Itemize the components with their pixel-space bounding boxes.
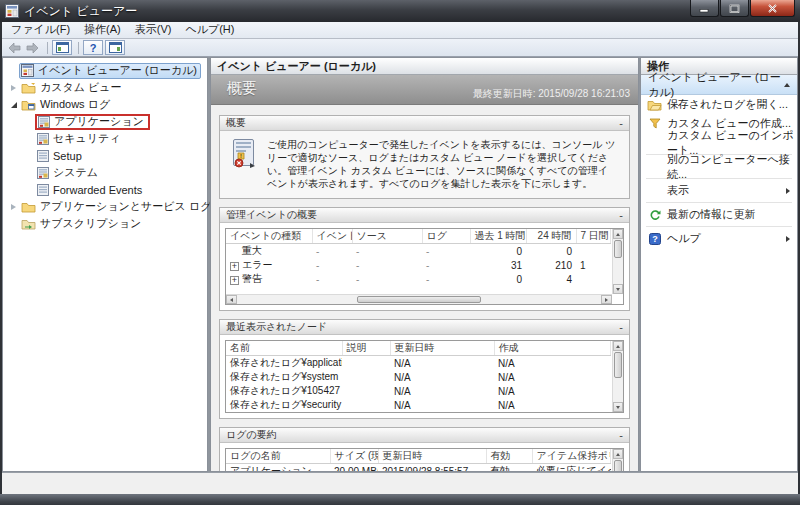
actions-section-header[interactable]: イベント ビューアー (ローカル) bbox=[641, 75, 797, 95]
close-button[interactable] bbox=[750, 0, 795, 17]
action-label: 最新の情報に更新 bbox=[667, 207, 756, 222]
results-header-label: イベント ビューアー (ローカル) bbox=[217, 59, 376, 74]
maximize-button[interactable] bbox=[720, 0, 749, 17]
show-hide-console-tree-button[interactable] bbox=[52, 40, 72, 55]
menu-action[interactable]: 操作(A) bbox=[77, 21, 128, 39]
column-header[interactable]: 更新日時 bbox=[378, 449, 486, 464]
column-header[interactable]: 更新日時 bbox=[390, 341, 494, 356]
scroll-left-button[interactable] bbox=[226, 295, 237, 304]
scrollbar-thumb[interactable] bbox=[614, 240, 622, 258]
tree-item-event-viewer-root[interactable]: イベント ビューアー (ローカル) bbox=[3, 62, 207, 79]
action-refresh[interactable]: 最新の情報に更新 bbox=[641, 205, 797, 224]
column-header[interactable]: ログ bbox=[422, 229, 470, 244]
tree-item-system-log[interactable]: システム bbox=[3, 164, 207, 181]
table-row[interactable]: 保存されたログ¥application N/AN/A bbox=[226, 356, 611, 371]
actions-panel: 操作 イベント ビューアー (ローカル) 保存されたログを開く... カスタム … bbox=[640, 57, 798, 472]
tree-item-custom-views[interactable]: カスタム ビュー bbox=[3, 79, 207, 96]
tree-item-label: イベント ビューアー (ローカル) bbox=[38, 63, 197, 78]
column-header[interactable]: 名前 bbox=[226, 341, 342, 356]
column-header[interactable]: イベント ID bbox=[312, 229, 352, 244]
menu-file[interactable]: ファイル(F) bbox=[4, 21, 77, 39]
vertical-scrollbar[interactable] bbox=[612, 449, 623, 471]
main-area: イベント ビューアー (ローカル) カスタム ビュー bbox=[2, 57, 798, 472]
tree-item-label: アプリケーション bbox=[54, 114, 144, 129]
collapse-up-icon[interactable] bbox=[784, 83, 790, 87]
scroll-up-button[interactable] bbox=[613, 341, 623, 351]
table-row[interactable]: 重大 - - - 0 0 bbox=[226, 244, 611, 259]
tree-item-subscriptions[interactable]: サブスクリプション bbox=[3, 215, 207, 232]
back-button[interactable] bbox=[7, 42, 22, 54]
column-header[interactable]: サイズ (現... bbox=[330, 449, 378, 464]
column-header[interactable]: ログの名前 bbox=[226, 449, 330, 464]
system-log-icon bbox=[37, 167, 49, 179]
column-header[interactable]: ソース bbox=[352, 229, 422, 244]
action-connect-to-another-computer[interactable]: 別のコンピューターへ接続... bbox=[641, 157, 797, 176]
table-row[interactable]: +警告 - - - 0 4 bbox=[226, 272, 611, 286]
table-row[interactable]: 保存されたログ¥105427 N/AN/A bbox=[226, 384, 611, 398]
action-import-custom-view[interactable]: カスタム ビューのインポート... bbox=[641, 133, 797, 152]
action-help[interactable]: ? ヘルプ bbox=[641, 229, 797, 248]
scrollbar-thumb[interactable] bbox=[614, 460, 622, 471]
help-toolbar-button[interactable]: ? bbox=[83, 40, 103, 55]
column-header[interactable]: 24 時間 bbox=[526, 229, 576, 244]
tree-item-windows-logs[interactable]: Windows ログ bbox=[3, 96, 207, 113]
minimize-button[interactable] bbox=[690, 0, 719, 17]
scroll-up-button[interactable] bbox=[613, 229, 623, 239]
section-admin-events-header[interactable]: 管理イベントの概要 - bbox=[220, 208, 629, 223]
column-header[interactable]: イベントの種類 bbox=[226, 229, 312, 244]
menu-view[interactable]: 表示(V) bbox=[128, 21, 179, 39]
show-hide-action-pane-button[interactable] bbox=[105, 40, 125, 55]
tree-item-apps-services-logs[interactable]: アプリケーションとサービス ログ bbox=[3, 198, 207, 215]
table-row[interactable]: 保存されたログ¥security N/AN/A bbox=[226, 398, 611, 412]
tree-item-forwarded-events-log[interactable]: Forwarded Events bbox=[3, 181, 207, 198]
tree-item-label: アプリケーションとサービス ログ bbox=[40, 199, 211, 214]
scrollbar-thumb[interactable] bbox=[614, 352, 622, 378]
scroll-down-button[interactable] bbox=[613, 402, 623, 412]
help-icon: ? bbox=[647, 233, 662, 245]
collapse-icon[interactable]: - bbox=[619, 211, 623, 220]
tree-item-label: セキュリティ bbox=[53, 131, 121, 146]
svg-text:!: ! bbox=[240, 153, 242, 159]
tree-item-setup-log[interactable]: Setup bbox=[3, 147, 207, 164]
scroll-up-button[interactable] bbox=[613, 449, 623, 459]
vertical-scrollbar[interactable] bbox=[612, 229, 623, 294]
tree-item-label: Setup bbox=[53, 150, 82, 162]
scrollbar-thumb[interactable] bbox=[357, 296, 481, 303]
column-header[interactable]: 説明 bbox=[342, 341, 390, 356]
expand-plus-icon[interactable]: + bbox=[230, 262, 239, 271]
collapse-icon[interactable]: - bbox=[619, 431, 623, 440]
table-row[interactable]: 保存されたログ¥system N/AN/A bbox=[226, 370, 611, 384]
table-row[interactable]: +エラー - - - 31 210 1 bbox=[226, 258, 611, 272]
expand-plus-icon[interactable]: + bbox=[230, 276, 239, 285]
column-header[interactable]: 7 日間 bbox=[576, 229, 611, 244]
forward-button[interactable] bbox=[25, 42, 40, 54]
expander-collapsed-icon[interactable] bbox=[8, 85, 19, 91]
collapse-icon[interactable]: - bbox=[619, 323, 623, 332]
section-title: 最近表示されたノード bbox=[226, 320, 327, 334]
tree-item-label: カスタム ビュー bbox=[40, 80, 122, 95]
section-log-summary-header[interactable]: ログの要約 - bbox=[220, 428, 629, 443]
section-log-summary: ログの要約 - ログの名前 サイズ (現... 更新日時 有効 bbox=[219, 427, 630, 471]
horizontal-scrollbar[interactable] bbox=[226, 294, 612, 304]
scroll-down-button[interactable] bbox=[613, 284, 623, 294]
tree-item-label: システム bbox=[53, 165, 98, 180]
section-recent-nodes-header[interactable]: 最近表示されたノード - bbox=[220, 320, 629, 335]
column-header[interactable]: アイテム保持ポリシ... bbox=[532, 449, 611, 464]
section-overview: 概要 - ! ご使用のコンピューターで発生したイベントを表示するには、コンソール… bbox=[219, 115, 630, 199]
table-row[interactable]: アプリケーション20.00 MB/... 2015/09/28 8:55:57有… bbox=[226, 464, 611, 472]
collapse-icon[interactable]: - bbox=[619, 119, 623, 128]
tree-item-application-log[interactable]: アプリケーション bbox=[3, 113, 207, 130]
results-panel: イベント ビューアー (ローカル) 概要 最終更新日時: 2015/09/28 … bbox=[210, 57, 639, 472]
vertical-scrollbar[interactable] bbox=[612, 341, 623, 412]
scroll-right-button[interactable] bbox=[601, 295, 612, 304]
menu-help[interactable]: ヘルプ(H) bbox=[178, 21, 241, 39]
column-header[interactable]: 過去 1 時間 bbox=[470, 229, 526, 244]
tree-item-security-log[interactable]: セキュリティ bbox=[3, 130, 207, 147]
column-header[interactable]: 有効 bbox=[486, 449, 532, 464]
expander-collapsed-icon[interactable] bbox=[8, 204, 19, 210]
windows-logs-folder-icon bbox=[21, 99, 36, 111]
section-overview-header[interactable]: 概要 - bbox=[220, 116, 629, 131]
action-view[interactable]: 表示 bbox=[641, 181, 797, 200]
column-header[interactable]: 作成 bbox=[494, 341, 611, 356]
expander-expanded-icon[interactable] bbox=[8, 102, 19, 108]
